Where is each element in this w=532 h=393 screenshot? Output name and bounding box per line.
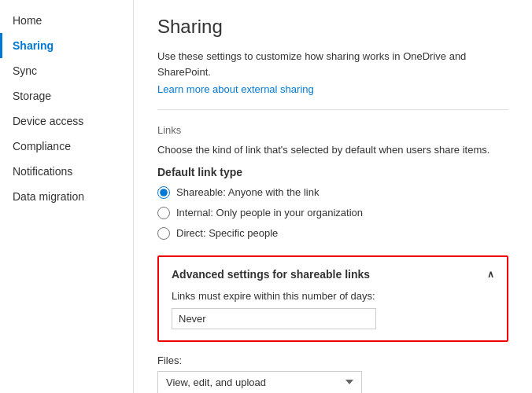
- expire-label: Links must expire within this number of …: [172, 290, 494, 302]
- links-description: Choose the kind of link that's selected …: [157, 142, 508, 158]
- sidebar-item-data-migration[interactable]: Data migration: [0, 184, 133, 209]
- sidebar-item-label: Data migration: [13, 190, 84, 203]
- radio-shareable-input[interactable]: [157, 186, 170, 199]
- radio-shareable[interactable]: Shareable: Anyone with the link: [157, 186, 508, 199]
- sidebar-item-label: Device access: [13, 115, 83, 127]
- external-sharing-link[interactable]: Learn more about external sharing: [157, 83, 314, 95]
- radio-internal-label: Internal: Only people in your organizati…: [176, 207, 363, 219]
- chevron-up-icon: ∧: [487, 269, 494, 280]
- sidebar-item-label: Notifications: [13, 165, 72, 178]
- files-section: Files: View, edit, and upload View only …: [157, 354, 508, 394]
- radio-internal-input[interactable]: [157, 207, 170, 219]
- default-link-type-label: Default link type: [157, 166, 508, 178]
- sidebar-item-notifications[interactable]: Notifications: [0, 159, 133, 184]
- sidebar-item-label: Compliance: [13, 140, 71, 152]
- sidebar-item-label: Sync: [13, 64, 37, 77]
- sharing-description: Use these settings to customize how shar…: [157, 49, 508, 79]
- page-title: Sharing: [157, 16, 508, 38]
- sidebar-item-sharing[interactable]: Sharing: [0, 33, 133, 58]
- sidebar-item-compliance[interactable]: Compliance: [0, 134, 133, 159]
- radio-group-link-type: Shareable: Anyone with the link Internal…: [157, 186, 508, 240]
- sidebar-item-device-access[interactable]: Device access: [0, 108, 133, 134]
- sidebar-item-label: Home: [13, 14, 42, 27]
- files-label: Files:: [157, 354, 508, 366]
- expire-input[interactable]: [172, 308, 376, 329]
- advanced-settings-box: Advanced settings for shareable links ∧ …: [157, 255, 508, 342]
- main-content: Sharing Use these settings to customize …: [134, 0, 532, 393]
- sidebar-item-label: Sharing: [13, 39, 54, 52]
- files-select[interactable]: View, edit, and upload View only Edit: [157, 371, 362, 394]
- sidebar: Home Sharing Sync Storage Device access …: [0, 0, 134, 393]
- advanced-settings-header[interactable]: Advanced settings for shareable links ∧: [172, 268, 494, 281]
- sidebar-item-storage[interactable]: Storage: [0, 83, 133, 108]
- section-divider: [157, 109, 508, 110]
- sidebar-item-home[interactable]: Home: [0, 8, 133, 33]
- radio-direct-input[interactable]: [157, 227, 170, 240]
- advanced-settings-title: Advanced settings for shareable links: [172, 268, 370, 281]
- radio-direct-label: Direct: Specific people: [176, 227, 278, 239]
- sidebar-item-sync[interactable]: Sync: [0, 58, 133, 83]
- radio-direct[interactable]: Direct: Specific people: [157, 227, 508, 240]
- radio-shareable-label: Shareable: Anyone with the link: [176, 186, 319, 198]
- links-section-label: Links: [157, 124, 508, 136]
- radio-internal[interactable]: Internal: Only people in your organizati…: [157, 207, 508, 219]
- sidebar-item-label: Storage: [13, 90, 51, 102]
